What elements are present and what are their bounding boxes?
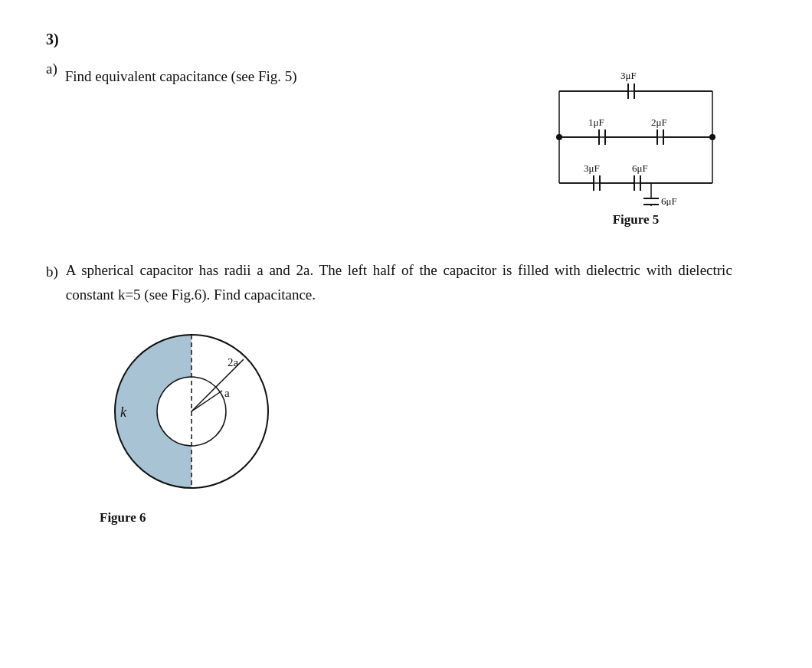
part-a: a) Find equivalent capacitance (see Fig.… xyxy=(46,61,766,228)
svg-text:3μF: 3μF xyxy=(620,70,637,81)
svg-text:2a: 2a xyxy=(228,356,239,368)
circuit-diagram: 3μF 1μF 2μF xyxy=(552,61,720,206)
svg-text:a: a xyxy=(224,387,230,399)
problem-number: 3) xyxy=(46,31,766,48)
figure6-label: Figure 6 xyxy=(100,507,146,529)
svg-text:6μF: 6μF xyxy=(632,162,648,174)
svg-text:2μF: 2μF xyxy=(651,116,667,128)
part-a-text: Find equivalent capacitance (see Fig. 5) xyxy=(65,61,297,85)
part-b-label: b) xyxy=(46,258,58,284)
part-b: b) A spherical capacitor has radii a and… xyxy=(46,258,766,529)
figure5-container: 3μF 1μF 2μF xyxy=(552,61,720,228)
svg-text:6μF: 6μF xyxy=(661,195,677,206)
spherical-diagram: 2a a k xyxy=(103,323,280,499)
svg-text:3μF: 3μF xyxy=(584,162,600,174)
part-a-content: a) Find equivalent capacitance (see Fig.… xyxy=(46,61,297,85)
svg-text:1μF: 1μF xyxy=(588,116,604,128)
part-a-label: a) xyxy=(46,61,57,77)
svg-text:k: k xyxy=(120,404,127,420)
part-b-text: A spherical capacitor has radii a and 2a… xyxy=(66,258,732,308)
figure6-container: 2a a k Figure 6 xyxy=(92,323,291,529)
figure5-label: Figure 5 xyxy=(613,212,660,228)
